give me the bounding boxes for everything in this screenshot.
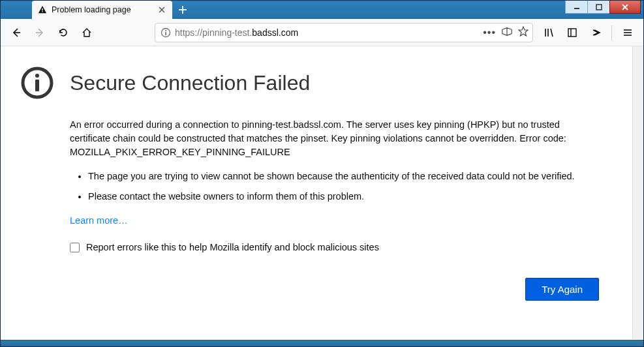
try-again-button[interactable]: Try Again [525, 278, 599, 301]
svg-rect-14 [165, 32, 166, 35]
svg-point-13 [165, 30, 166, 31]
error-title: Secure Connection Failed [70, 68, 310, 98]
app-menu-button[interactable] [617, 22, 638, 43]
url-bar[interactable]: https://pinning-test.badssl.com ••• [155, 23, 533, 42]
new-tab-button[interactable] [174, 1, 192, 19]
tab-close-button[interactable] [157, 5, 167, 15]
report-errors-row: Report errors like this to help Mozilla … [70, 241, 612, 254]
svg-line-17 [551, 29, 553, 37]
home-button[interactable] [76, 22, 97, 43]
back-button[interactable] [6, 22, 27, 43]
tab-title: Problem loading page [52, 5, 157, 14]
page-content: Secure Connection Failed An error occurr… [1, 46, 643, 340]
overflow-menu-button[interactable] [585, 22, 606, 43]
svg-rect-18 [568, 29, 576, 37]
vertical-scrollbar[interactable] [632, 46, 643, 339]
warning-icon [37, 5, 48, 15]
titlebar: Problem loading page [1, 1, 643, 19]
url-host: badssl.com [252, 27, 298, 38]
navigation-toolbar: https://pinning-test.badssl.com ••• [1, 19, 643, 46]
report-errors-checkbox[interactable] [70, 243, 80, 252]
learn-more-link[interactable]: Learn more… [70, 214, 128, 228]
sidebar-button[interactable] [562, 22, 583, 43]
svg-rect-4 [42, 8, 42, 11]
url-text: https://pinning-test.badssl.com [175, 27, 483, 38]
svg-rect-5 [42, 11, 42, 12]
tab-strip: Problem loading page [1, 1, 643, 19]
error-info-icon [20, 66, 54, 100]
reader-mode-icon[interactable] [501, 26, 513, 39]
bookmark-star-icon[interactable] [518, 26, 529, 39]
window-bottom-frame [1, 340, 643, 346]
page-actions: ••• [483, 26, 529, 39]
error-description: An error occurred during a connection to… [70, 118, 579, 159]
identity-info-icon[interactable] [159, 26, 172, 39]
library-button[interactable] [538, 22, 559, 43]
report-errors-label: Report errors like this to help Mozilla … [86, 241, 379, 254]
svg-rect-25 [35, 80, 39, 91]
tab-active[interactable]: Problem loading page [32, 1, 172, 19]
reload-button[interactable] [53, 22, 74, 43]
url-subdomain: pinning-test. [202, 27, 252, 38]
error-bullet: The page you are trying to view cannot b… [88, 170, 579, 183]
error-bullet-list: The page you are trying to view cannot b… [70, 170, 579, 204]
svg-point-24 [35, 74, 39, 78]
forward-button[interactable] [29, 22, 50, 43]
browser-window: Problem loading page [0, 0, 644, 347]
page-actions-menu-icon[interactable]: ••• [483, 27, 496, 38]
error-bullet: Please contact the website owners to inf… [88, 190, 579, 204]
url-scheme: https:// [175, 27, 202, 38]
